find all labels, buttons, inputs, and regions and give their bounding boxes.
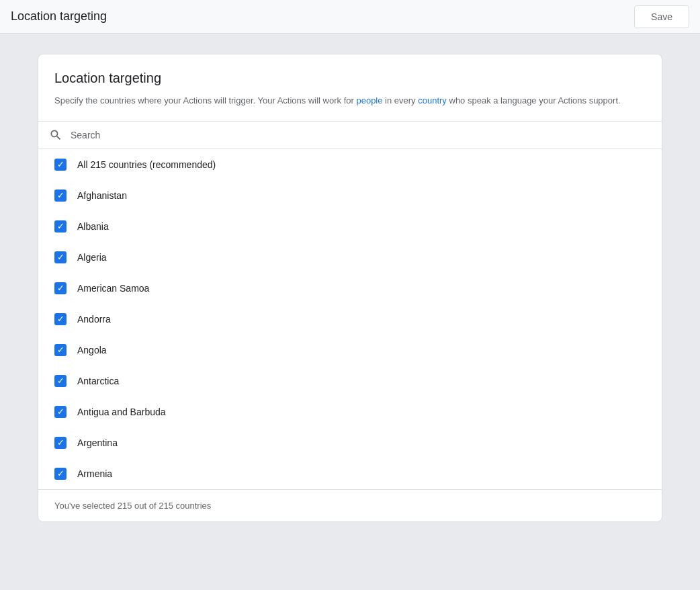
page-content: Location targeting Specify the countries… <box>0 34 700 542</box>
people-link[interactable]: people <box>356 95 382 106</box>
checkbox-wrap: ✓ <box>54 159 67 171</box>
search-icon <box>49 128 62 142</box>
checkbox-wrap: ✓ <box>54 251 67 263</box>
search-input[interactable] <box>71 130 651 140</box>
card-description: Specify the countries where your Actions… <box>54 94 646 108</box>
checkmark-icon: ✓ <box>57 284 64 292</box>
list-item[interactable]: ✓All 215 countries (recommended) <box>38 149 662 180</box>
save-button[interactable]: Save <box>634 5 689 28</box>
country-name: All 215 countries (recommended) <box>77 159 216 170</box>
checkmark-icon: ✓ <box>57 345 64 354</box>
checkmark-icon: ✓ <box>57 407 64 416</box>
checkmark-icon: ✓ <box>57 376 64 385</box>
checkbox[interactable]: ✓ <box>54 375 67 387</box>
list-item[interactable]: ✓Angola <box>38 335 662 366</box>
list-item[interactable]: ✓Albania <box>38 211 662 242</box>
checkbox[interactable]: ✓ <box>54 251 67 263</box>
list-item[interactable]: ✓American Samoa <box>38 273 662 304</box>
list-item[interactable]: ✓Algeria <box>38 242 662 273</box>
list-item[interactable]: ✓Argentina <box>38 427 662 458</box>
checkmark-icon: ✓ <box>57 160 64 169</box>
country-name: Angola <box>77 345 107 355</box>
country-name: American Samoa <box>77 283 149 294</box>
country-name: Algeria <box>77 252 107 263</box>
country-name: Afghanistan <box>77 190 127 201</box>
checkbox[interactable]: ✓ <box>54 189 67 202</box>
top-bar: Location targeting Save <box>0 0 700 34</box>
country-name: Andorra <box>77 314 111 325</box>
country-name: Antigua and Barbuda <box>77 407 166 417</box>
checkbox[interactable]: ✓ <box>54 220 67 233</box>
list-item[interactable]: ✓Afghanistan <box>38 180 662 211</box>
checkmark-icon: ✓ <box>57 253 64 261</box>
selection-count: You've selected 215 out of 215 countries <box>54 501 211 511</box>
checkmark-icon: ✓ <box>57 314 64 323</box>
checkbox[interactable]: ✓ <box>54 313 67 325</box>
checkbox-wrap: ✓ <box>54 313 67 325</box>
checkbox-wrap: ✓ <box>54 375 67 387</box>
checkbox[interactable]: ✓ <box>54 282 67 294</box>
country-name: Armenia <box>77 468 112 479</box>
card-header: Location targeting Specify the countries… <box>38 54 662 122</box>
country-link[interactable]: country <box>418 95 447 106</box>
checkmark-icon: ✓ <box>57 469 64 478</box>
checkbox[interactable]: ✓ <box>54 344 67 356</box>
search-bar <box>38 122 662 149</box>
checkmark-icon: ✓ <box>57 222 64 230</box>
checkbox-wrap: ✓ <box>54 468 67 480</box>
checkbox[interactable]: ✓ <box>54 468 67 480</box>
country-name: Albania <box>77 221 109 232</box>
list-item[interactable]: ✓Antigua and Barbuda <box>38 396 662 427</box>
checkbox-wrap: ✓ <box>54 437 67 449</box>
checkbox-wrap: ✓ <box>54 344 67 356</box>
checkbox[interactable]: ✓ <box>54 406 67 418</box>
location-targeting-card: Location targeting Specify the countries… <box>38 54 662 522</box>
page-title: Location targeting <box>11 9 107 24</box>
country-name: Argentina <box>77 437 118 448</box>
checkbox-wrap: ✓ <box>54 406 67 418</box>
checkbox-wrap: ✓ <box>54 189 67 202</box>
card-title: Location targeting <box>54 71 646 86</box>
country-name: Antarctica <box>77 376 119 386</box>
list-item[interactable]: ✓Antarctica <box>38 366 662 396</box>
checkmark-icon: ✓ <box>57 191 64 200</box>
country-list[interactable]: ✓All 215 countries (recommended)✓Afghani… <box>38 149 662 489</box>
checkbox-wrap: ✓ <box>54 282 67 294</box>
list-item[interactable]: ✓Andorra <box>38 304 662 335</box>
checkbox-wrap: ✓ <box>54 220 67 233</box>
list-item[interactable]: ✓Armenia <box>38 458 662 489</box>
checkbox[interactable]: ✓ <box>54 437 67 449</box>
card-footer: You've selected 215 out of 215 countries <box>38 489 662 521</box>
checkmark-icon: ✓ <box>57 438 64 447</box>
checkbox[interactable]: ✓ <box>54 159 67 171</box>
